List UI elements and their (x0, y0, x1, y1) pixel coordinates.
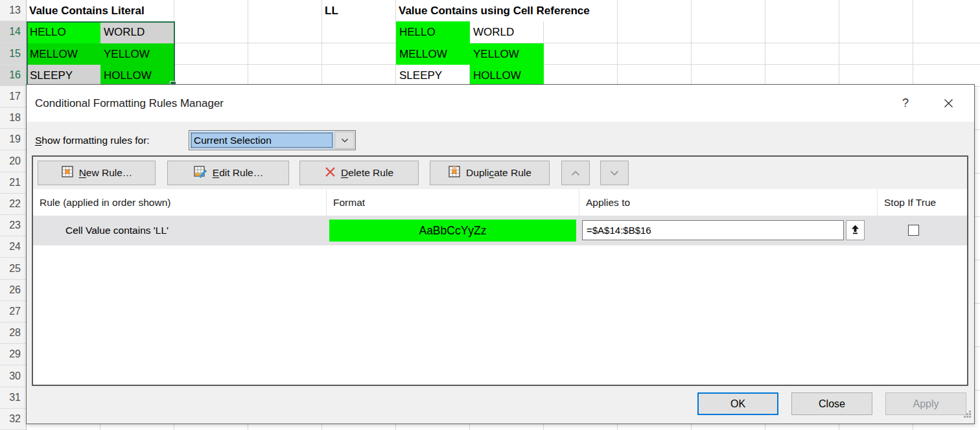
dialog-title: Conditional Formatting Rules Manager (35, 85, 224, 122)
duplicate-rule-button[interactable]: Duplicate Rule (430, 161, 550, 185)
row-header[interactable]: 14 (0, 21, 26, 43)
sheet-cell-f15[interactable]: MELLOW (396, 43, 470, 65)
collapse-range-button[interactable] (846, 220, 865, 240)
row-header[interactable]: 30 (0, 365, 26, 387)
column-divider (326, 189, 327, 216)
sheet-cell-b14[interactable]: WORLD (100, 21, 175, 43)
delete-rule-button[interactable]: Delete Rule (299, 161, 419, 185)
resize-grip-icon[interactable] (963, 409, 972, 421)
row-header[interactable]: 29 (0, 344, 26, 365)
duplicate-rule-label: Duplicate Rule (466, 167, 531, 179)
row-header[interactable]: 20 (0, 150, 26, 172)
rules-toolbar: New Rule… Edit Rule… Delete Rule (33, 157, 967, 189)
row-header[interactable]: 19 (0, 129, 26, 150)
show-rules-rest: how formatting rules for: (41, 135, 149, 146)
delete-rule-label: Delete Rule (341, 167, 393, 179)
new-rule-label: New Rule… (79, 167, 133, 179)
column-divider (579, 189, 579, 216)
chevron-down-icon[interactable] (334, 131, 355, 149)
sheet-cell-b16[interactable]: HOLLOW (100, 65, 175, 86)
show-rules-label: Show formatting rules for: (35, 130, 150, 150)
table-grid-icon (448, 165, 461, 181)
column-header-stop-if-true: Stop If True (884, 189, 936, 216)
row-header-column: 13 14 15 16 17 18 19 20 21 22 23 24 25 2… (0, 0, 27, 430)
column-header-applies-to: Applies to (586, 189, 630, 216)
applies-to-input[interactable] (582, 220, 844, 240)
row-header[interactable]: 22 (0, 194, 26, 215)
close-button[interactable]: Close (791, 392, 872, 415)
row-header[interactable]: 27 (0, 301, 26, 322)
rules-list-header: Rule (applied in order shown) Format App… (33, 189, 967, 216)
sheet-cell-b15[interactable]: YELLOW (100, 43, 175, 65)
table-grid-icon (61, 165, 74, 181)
new-rule-button[interactable]: New Rule… (38, 161, 156, 185)
move-rule-up-button[interactable] (561, 161, 590, 185)
sheet-cell-g14[interactable]: WORLD (470, 21, 544, 43)
row-header[interactable]: 21 (0, 172, 26, 194)
sheet-cell-a16[interactable]: SLEEPY (27, 65, 100, 86)
ok-button[interactable]: OK (697, 392, 778, 415)
row-header[interactable]: 26 (0, 280, 26, 301)
sheet-cell-f16[interactable]: SLEEPY (396, 65, 470, 86)
sheet-cell-a15[interactable]: MELLOW (27, 43, 100, 65)
format-preview: AaBbCcYyZz (329, 220, 576, 242)
sheet-title-ll[interactable]: LL (325, 0, 345, 21)
show-rules-accel: S (35, 135, 41, 146)
column-header-rule: Rule (applied in order shown) (40, 189, 170, 216)
row-header[interactable]: 16 (0, 65, 26, 86)
row-header[interactable]: 28 (0, 322, 26, 344)
rule-description: Cell Value contains 'LL' (65, 216, 169, 245)
dialog-titlebar[interactable]: Conditional Formatting Rules Manager ? (27, 85, 974, 122)
dropdown-selected-value[interactable]: Current Selection (190, 131, 334, 149)
excel-window: 13 14 15 16 17 18 19 20 21 22 23 24 25 2… (0, 0, 980, 430)
rule-list-row[interactable]: Cell Value contains 'LL' AaBbCcYyZz (33, 216, 967, 245)
red-x-icon (325, 166, 336, 180)
row-header[interactable]: 23 (0, 215, 26, 236)
sheet-cell-g15[interactable]: YELLOW (470, 43, 544, 65)
help-button[interactable]: ? (895, 93, 916, 113)
sheet-cell-a14[interactable]: HELLO (27, 21, 100, 43)
stop-if-true-checkbox[interactable] (908, 225, 919, 236)
row-header[interactable]: 24 (0, 236, 26, 258)
row-header[interactable]: 31 (0, 387, 26, 409)
chevron-down-icon (610, 167, 619, 179)
sheet-title-left[interactable]: Value Contains Literal (29, 0, 151, 21)
row-header[interactable]: 17 (0, 86, 26, 107)
sheet-cell-f14[interactable]: HELLO (396, 21, 470, 43)
rules-panel: New Rule… Edit Rule… Delete Rule (32, 155, 968, 386)
apply-button[interactable]: Apply (885, 392, 966, 415)
conditional-formatting-rules-manager-dialog: Conditional Formatting Rules Manager ? S… (26, 84, 975, 424)
sheet-cell-g16[interactable]: HOLLOW (470, 65, 544, 86)
column-divider (877, 189, 878, 216)
row-header[interactable]: 32 (0, 409, 26, 430)
edit-rule-button[interactable]: Edit Rule… (167, 161, 289, 185)
sheet-title-right[interactable]: Value Contains using Cell Reference (399, 0, 596, 21)
column-header-format: Format (333, 189, 365, 216)
close-icon[interactable] (938, 93, 959, 113)
chevron-up-icon (571, 167, 580, 179)
edit-rule-label: Edit Rule… (213, 167, 263, 179)
row-header[interactable]: 18 (0, 107, 26, 129)
show-rules-dropdown[interactable]: Current Selection (189, 130, 356, 150)
move-rule-down-button[interactable] (600, 161, 629, 185)
row-header[interactable]: 13 (0, 0, 26, 21)
up-arrow-icon (851, 225, 859, 236)
table-grid-pencil-icon (193, 165, 207, 181)
row-header[interactable]: 25 (0, 258, 26, 279)
row-header[interactable]: 15 (0, 43, 26, 64)
